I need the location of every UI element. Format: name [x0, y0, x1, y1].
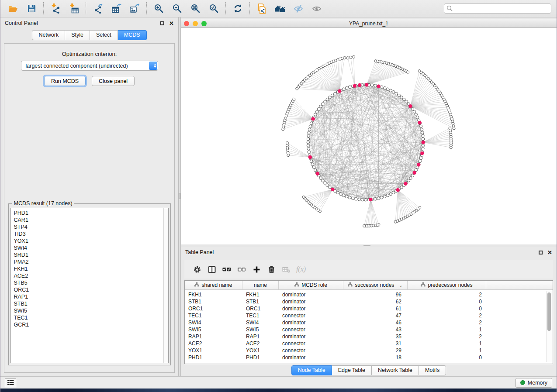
first-neighbors-button[interactable]: [273, 2, 287, 16]
graph-node[interactable]: [334, 92, 337, 95]
graph-node[interactable]: [389, 193, 392, 196]
mcds-result-item[interactable]: GCR1: [14, 321, 168, 328]
graph-node[interactable]: [331, 94, 334, 97]
task-history-button[interactable]: [5, 378, 16, 387]
hide-selected-button[interactable]: [291, 2, 305, 16]
graph-node[interactable]: [349, 56, 352, 58]
table-row[interactable]: FKH1FKH1dominator962: [185, 291, 553, 298]
network-canvas[interactable]: [181, 28, 557, 244]
export-image-button[interactable]: [128, 2, 142, 16]
graph-node[interactable]: [361, 198, 364, 201]
graph-node[interactable]: [407, 71, 409, 73]
mcds-result-item[interactable]: SRD1: [14, 251, 168, 258]
graph-node[interactable]: [383, 195, 386, 198]
graph-node[interactable]: [339, 193, 343, 196]
graph-node[interactable]: [370, 84, 374, 87]
import-network-button[interactable]: [48, 2, 62, 16]
show-all-button[interactable]: [310, 2, 324, 16]
float-table-panel-button[interactable]: [539, 251, 543, 254]
graph-node[interactable]: [407, 179, 410, 182]
graph-node[interactable]: [413, 110, 416, 113]
delete-column-button[interactable]: [264, 263, 279, 276]
graph-node[interactable]: [308, 131, 311, 134]
graph-hub-node[interactable]: [418, 121, 422, 124]
mcds-result-item[interactable]: ACE2: [14, 272, 168, 279]
close-panel-button-mcds[interactable]: Close panel: [92, 76, 135, 86]
column-header-successor-nodes[interactable]: successor nodes⌄: [343, 281, 408, 289]
horizontal-splitter-handle[interactable]: [363, 245, 370, 246]
graph-node[interactable]: [342, 194, 345, 197]
graph-node[interactable]: [351, 197, 354, 200]
graph-node[interactable]: [342, 88, 345, 91]
graph-node[interactable]: [394, 220, 397, 223]
graph-hub-node[interactable]: [420, 151, 424, 155]
import-table-button[interactable]: [67, 2, 81, 16]
tab-style[interactable]: Style: [65, 30, 90, 40]
mcds-result-item[interactable]: ORC1: [14, 286, 168, 293]
deselect-all-button[interactable]: [234, 263, 249, 276]
graph-node[interactable]: [392, 191, 395, 194]
graph-node[interactable]: [322, 103, 325, 106]
memory-button[interactable]: Memory: [515, 378, 552, 388]
column-header-shared-name[interactable]: shared name: [185, 281, 242, 289]
graph-node[interactable]: [380, 196, 383, 199]
graph-node[interactable]: [326, 184, 329, 187]
graph-node[interactable]: [346, 57, 349, 59]
table-scrollbar-thumb[interactable]: [547, 292, 551, 331]
open-session-button[interactable]: [6, 2, 20, 16]
vertical-splitter-handle[interactable]: [179, 193, 180, 199]
graph-node[interactable]: [348, 196, 351, 199]
table-row[interactable]: TEC1TEC1connector472: [185, 312, 553, 319]
table-row[interactable]: YOX1YOX1connector291: [185, 347, 553, 354]
select-all-button[interactable]: [219, 263, 234, 276]
graph-node[interactable]: [402, 98, 405, 101]
graph-node[interactable]: [314, 113, 317, 116]
tab-select[interactable]: Select: [90, 30, 118, 40]
table-row[interactable]: SWI5SWI5connector431: [185, 326, 553, 333]
graph-node[interactable]: [380, 86, 383, 89]
graph-node[interactable]: [364, 198, 367, 201]
graph-node[interactable]: [329, 96, 332, 99]
table-row[interactable]: PHD1PHD1dominator180: [185, 354, 553, 361]
run-mcds-button[interactable]: Run MCDS: [44, 76, 86, 86]
graph-node[interactable]: [314, 168, 317, 172]
graph-node[interactable]: [395, 92, 398, 95]
graph-node[interactable]: [411, 174, 414, 177]
graph-node[interactable]: [307, 138, 310, 141]
graph-node[interactable]: [352, 55, 355, 58]
mcds-result-item[interactable]: STB1: [14, 300, 168, 307]
graph-node[interactable]: [324, 182, 327, 185]
mcds-result-item[interactable]: STB5: [14, 279, 168, 286]
table-row[interactable]: ORC1ORC1dominator610: [185, 305, 553, 312]
graph-node[interactable]: [307, 144, 310, 147]
graph-hub-node[interactable]: [408, 104, 412, 108]
tab-network[interactable]: Network: [32, 30, 65, 40]
graph-node[interactable]: [315, 110, 318, 113]
graph-node[interactable]: [319, 177, 322, 180]
graph-node[interactable]: [307, 141, 310, 144]
graph-node[interactable]: [386, 194, 389, 197]
graph-node[interactable]: [308, 128, 311, 131]
optimization-criterion-select[interactable]: largest connected component (undirected): [21, 61, 158, 71]
mcds-result-item[interactable]: SWI4: [14, 244, 168, 251]
graph-node[interactable]: [310, 160, 313, 163]
minimize-window-icon[interactable]: [193, 21, 198, 26]
add-column-button[interactable]: [249, 263, 264, 276]
graph-node[interactable]: [419, 125, 422, 128]
table-row[interactable]: ACE2ACE2connector311: [185, 340, 553, 347]
search-input[interactable]: [444, 3, 551, 14]
mcds-result-item[interactable]: PHD1: [14, 210, 168, 217]
graph-node[interactable]: [421, 131, 424, 134]
graph-node[interactable]: [345, 86, 348, 89]
mcds-result-item[interactable]: FKH1: [14, 265, 168, 272]
table-scrollbar[interactable]: [546, 291, 552, 362]
mcds-result-item[interactable]: PMA2: [14, 258, 168, 265]
copy-style-button[interactable]: [255, 2, 269, 16]
zoom-selected-button[interactable]: [207, 2, 221, 16]
mcds-result-scrollbar[interactable]: [163, 208, 168, 363]
close-panel-button[interactable]: ✕: [169, 21, 174, 26]
graph-hub-node[interactable]: [358, 83, 361, 87]
table-settings-button[interactable]: [190, 263, 204, 276]
table-row[interactable]: SWI4SWI4dominator462: [185, 319, 553, 326]
graph-node[interactable]: [319, 105, 322, 108]
